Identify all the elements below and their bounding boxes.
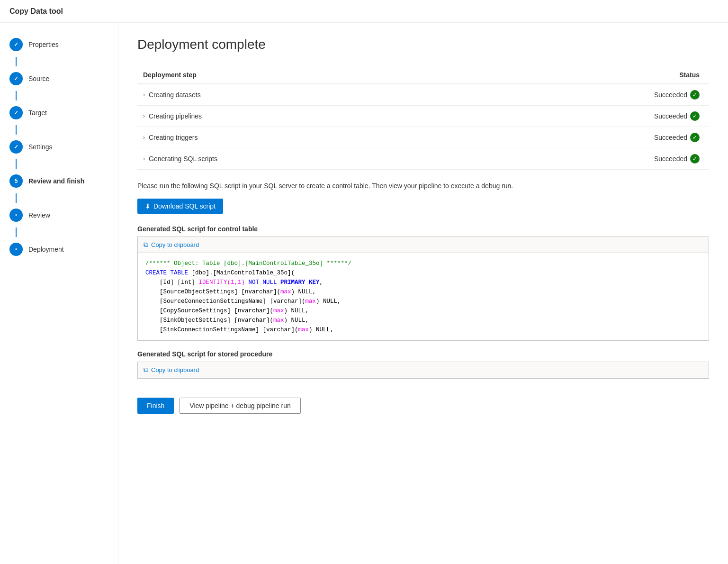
- main-layout: ✓ Properties ✓ Source ✓ Target ✓ Setting…: [0, 23, 728, 564]
- copy-stored-proc-label[interactable]: Copy to clipboard: [151, 366, 199, 373]
- step-name-sql: Generating SQL scripts: [149, 155, 217, 163]
- app-title: Copy Data tool: [9, 7, 63, 16]
- copy-icon: ⧉: [144, 241, 148, 249]
- status-label-triggers: Succeeded: [654, 134, 687, 141]
- col-deployment-step: Deployment step: [137, 66, 472, 84]
- sidebar-item-deployment[interactable]: · Deployment: [0, 237, 118, 262]
- step-name-triggers: Creating triggers: [149, 134, 198, 141]
- status-label-datasets: Succeeded: [654, 91, 687, 99]
- step-connector-6: [16, 227, 17, 237]
- step-connector-3: [16, 125, 17, 135]
- step-name-datasets: Creating datasets: [149, 91, 201, 99]
- success-icon-datasets: ✓: [690, 90, 700, 100]
- step-circle-deployment: ·: [9, 243, 23, 256]
- sidebar-label-target: Target: [28, 109, 47, 117]
- chevron-icon: ›: [143, 134, 145, 141]
- step-connector-1: [16, 57, 17, 66]
- download-btn-label: Download SQL script: [153, 202, 216, 210]
- chevron-icon: ›: [143, 91, 145, 98]
- chevron-icon: ›: [143, 113, 145, 119]
- table-row: › Generating SQL scripts Succeeded ✓: [137, 148, 709, 170]
- sidebar-label-deployment: Deployment: [28, 246, 64, 253]
- sidebar-label-source: Source: [28, 75, 49, 82]
- sidebar-label-properties: Properties: [28, 41, 59, 48]
- info-text: Please run the following SQL script in y…: [137, 181, 709, 191]
- table-row: › Creating triggers Succeeded ✓: [137, 127, 709, 148]
- deployment-table: Deployment step Status › Creating datase…: [137, 66, 709, 170]
- sidebar-item-properties[interactable]: ✓ Properties: [0, 32, 118, 57]
- download-sql-button[interactable]: ⬇ Download SQL script: [137, 199, 223, 214]
- footer-actions: Finish View pipeline + debug pipeline ru…: [137, 388, 709, 423]
- copy-control-table-label[interactable]: Copy to clipboard: [151, 241, 199, 248]
- app-header: Copy Data tool: [0, 0, 728, 23]
- step-circle-settings: ✓: [9, 140, 23, 154]
- step-circle-review: ·: [9, 209, 23, 222]
- finish-button[interactable]: Finish: [137, 398, 174, 414]
- step-name-pipelines: Creating pipelines: [149, 112, 202, 120]
- sidebar-item-review[interactable]: · Review: [0, 203, 118, 227]
- status-label-pipelines: Succeeded: [654, 112, 687, 120]
- step-circle-review-and-finish: 5: [9, 174, 23, 188]
- sql-control-table-code: /****** Object: Table [dbo].[MainControl…: [138, 253, 709, 340]
- sql-control-table-box: ⧉ Copy to clipboard /****** Object: Tabl…: [137, 237, 709, 341]
- sidebar-item-source[interactable]: ✓ Source: [0, 66, 118, 91]
- sidebar-label-review: Review: [28, 211, 50, 219]
- sidebar: ✓ Properties ✓ Source ✓ Target ✓ Setting…: [0, 23, 118, 564]
- col-status: Status: [472, 66, 709, 84]
- step-connector-4: [16, 159, 17, 169]
- sidebar-item-target[interactable]: ✓ Target: [0, 100, 118, 125]
- sidebar-label-settings: Settings: [28, 143, 53, 151]
- success-icon-sql: ✓: [690, 154, 700, 164]
- sql-control-table-title: Generated SQL script for control table: [137, 225, 709, 233]
- step-connector-2: [16, 91, 17, 100]
- status-label-sql: Succeeded: [654, 155, 687, 163]
- success-icon-triggers: ✓: [690, 133, 700, 142]
- step-circle-target: ✓: [9, 106, 23, 119]
- sql-stored-proc-box: ⧉ Copy to clipboard: [137, 362, 709, 379]
- table-row: › Creating pipelines Succeeded ✓: [137, 106, 709, 127]
- step-circle-properties: ✓: [9, 38, 23, 51]
- sql-control-table-toolbar[interactable]: ⧉ Copy to clipboard: [138, 237, 709, 253]
- table-row: › Creating datasets Succeeded ✓: [137, 84, 709, 106]
- step-connector-5: [16, 193, 17, 203]
- main-content: Deployment complete Deployment step Stat…: [118, 23, 728, 564]
- download-icon: ⬇: [145, 202, 151, 210]
- sidebar-item-settings[interactable]: ✓ Settings: [0, 135, 118, 159]
- chevron-icon: ›: [143, 155, 145, 162]
- copy-icon-proc: ⧉: [144, 366, 148, 374]
- view-pipeline-button[interactable]: View pipeline + debug pipeline run: [180, 398, 300, 414]
- sql-stored-proc-title: Generated SQL script for stored procedur…: [137, 350, 709, 358]
- page-title: Deployment complete: [137, 37, 709, 52]
- step-circle-source: ✓: [9, 72, 23, 85]
- sidebar-label-review-and-finish: Review and finish: [28, 177, 84, 185]
- sidebar-item-review-and-finish[interactable]: 5 Review and finish: [0, 169, 118, 193]
- sql-stored-proc-toolbar[interactable]: ⧉ Copy to clipboard: [138, 362, 709, 378]
- success-icon-pipelines: ✓: [690, 111, 700, 121]
